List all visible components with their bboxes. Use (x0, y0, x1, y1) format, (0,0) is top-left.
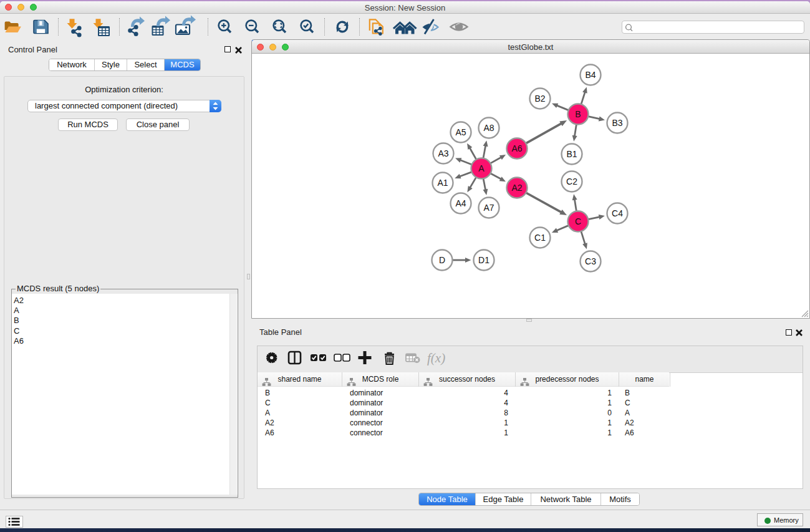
svg-text:B4: B4 (585, 70, 595, 80)
svg-text:A3: A3 (438, 148, 448, 158)
svg-text:A8: A8 (483, 123, 494, 133)
svg-text:f(x): f(x) (427, 351, 445, 365)
svg-text:B2: B2 (534, 94, 545, 104)
svg-text:A: A (478, 163, 485, 173)
svg-text:C: C (575, 216, 581, 226)
svg-text:B1: B1 (566, 149, 577, 159)
svg-text:C1: C1 (534, 233, 546, 243)
svg-text:A4: A4 (455, 198, 466, 208)
svg-text:A1: A1 (437, 178, 448, 188)
svg-text:B: B (575, 109, 581, 119)
svg-text:B3: B3 (612, 118, 622, 128)
svg-text:C2: C2 (566, 177, 577, 186)
svg-text:A6: A6 (511, 143, 522, 153)
svg-text:A7: A7 (483, 203, 494, 213)
svg-text:A2: A2 (511, 183, 522, 193)
svg-text:A5: A5 (455, 127, 466, 137)
svg-text:C3: C3 (585, 256, 596, 266)
svg-text:D: D (439, 255, 445, 265)
svg-text:C4: C4 (612, 208, 623, 218)
svg-text:D1: D1 (478, 255, 489, 265)
